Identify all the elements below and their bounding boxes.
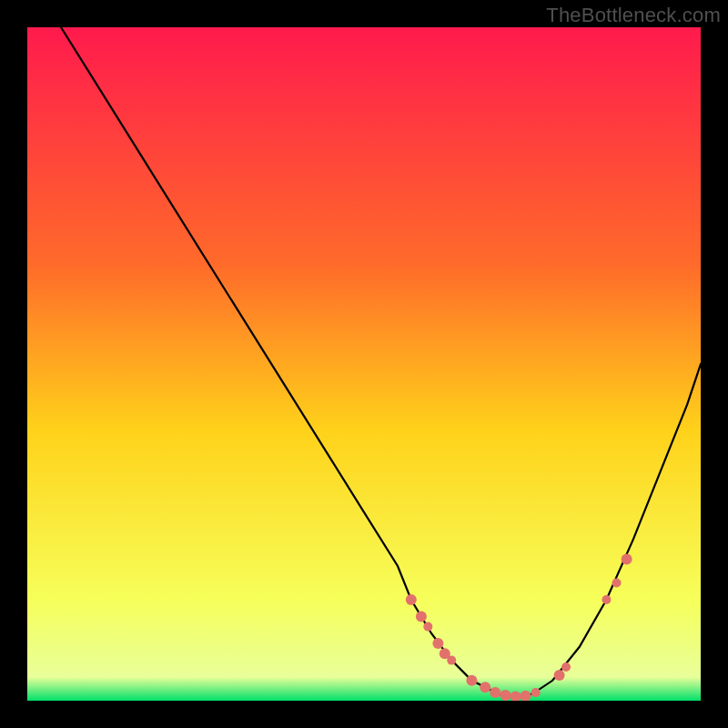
chart-frame: TheBottleneck.com: [0, 0, 728, 728]
data-marker: [531, 688, 541, 697]
data-marker: [622, 554, 632, 565]
data-marker: [406, 594, 417, 605]
gradient-background: [27, 27, 701, 701]
data-marker: [612, 579, 622, 588]
data-marker: [561, 662, 571, 672]
watermark-label: TheBottleneck.com: [546, 4, 721, 27]
data-marker: [554, 670, 565, 681]
data-marker: [447, 656, 456, 665]
data-marker: [602, 595, 611, 604]
data-marker: [500, 690, 511, 701]
data-marker: [423, 622, 432, 632]
data-marker: [432, 638, 443, 649]
data-marker: [490, 687, 500, 698]
data-marker: [466, 675, 477, 686]
plot-area: [27, 27, 701, 701]
bottleneck-chart: [27, 27, 701, 701]
data-marker: [416, 612, 427, 622]
data-marker: [480, 682, 490, 693]
